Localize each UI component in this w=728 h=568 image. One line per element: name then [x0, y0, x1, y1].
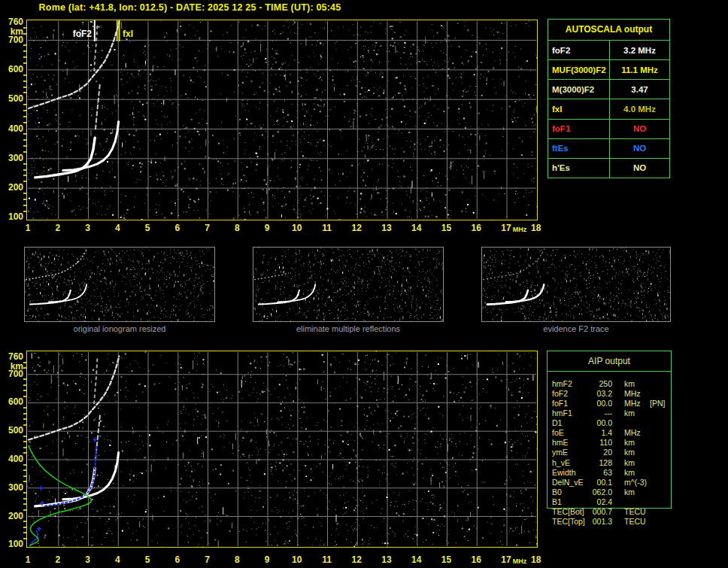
aip-param: DelN_vE — [548, 478, 587, 488]
fxi-marker-label: fxI — [123, 29, 133, 39]
y-axis-minor-tick-top — [23, 211, 26, 212]
aip-unit: km — [624, 409, 647, 418]
x-axis-label-4-bottom: 4 — [108, 554, 127, 565]
aip-row-hmF2: hmF2250km — [548, 379, 671, 389]
y-axis-minor-tick-top — [23, 110, 26, 111]
autoscala-param: fxI — [548, 99, 610, 118]
y-axis-minor-tick-bottom — [23, 441, 26, 442]
y-axis-label-760-bottom: 760 — [0, 351, 23, 362]
y-axis-minor-tick-bottom — [23, 367, 26, 369]
aip-row-ymE: ymE20km — [548, 448, 671, 457]
y-axis-label-200-bottom: 200 — [0, 511, 23, 521]
y-axis-label-700-bottom: 700 — [0, 369, 23, 379]
aip-unit: m^(-3) — [624, 478, 647, 488]
aip-param: ymE — [548, 448, 587, 457]
y-axis-minor-tick-bottom — [23, 378, 26, 380]
y-axis-minor-tick-bottom — [23, 418, 26, 420]
autoscala-param: foF1 — [548, 120, 610, 138]
y-axis-minor-tick-top — [23, 205, 26, 206]
aip-value: 00.1 — [587, 478, 612, 488]
autoscala-table-title: AUTOSCALA output — [548, 20, 669, 41]
ionogram-canvas-bottom — [27, 351, 537, 547]
y-axis-label-200-top: 200 — [0, 182, 23, 193]
y-axis-minor-tick-top — [23, 169, 26, 171]
autoscala-param: M(3000)F2 — [548, 80, 610, 99]
y-axis-minor-tick-bottom — [23, 475, 26, 477]
y-axis-label-700-top: 700 — [0, 35, 23, 45]
x-axis-label-2-top: 2 — [48, 223, 68, 233]
y-axis-minor-tick-top — [23, 193, 26, 194]
y-axis-minor-tick-top — [23, 145, 26, 147]
y-axis-label-500-top: 500 — [0, 93, 23, 104]
autoscala-value: NO — [610, 120, 669, 138]
autoscala-value: NO — [610, 159, 669, 178]
y-axis-minor-tick-bottom — [23, 509, 26, 511]
x-axis-label-11-top: 11 — [317, 223, 337, 233]
y-axis-minor-tick-top — [23, 139, 26, 141]
aip-row-foF1: foF100.0MHz[PN] — [548, 399, 671, 409]
x-axis-label-3-bottom: 3 — [78, 554, 98, 565]
aip-unit: km — [624, 379, 647, 389]
y-axis-minor-tick-bottom — [23, 464, 26, 466]
aip-unit: km — [624, 488, 647, 497]
y-axis-label-100-top: 100 — [0, 211, 23, 222]
blue-cross-marker — [38, 486, 43, 491]
aip-unit: MHz — [624, 428, 647, 438]
aip-value: 250 — [587, 379, 612, 389]
aip-param: foF1 — [548, 399, 587, 409]
y-axis-minor-tick-top — [23, 56, 26, 58]
x-axis-label-10-bottom: 10 — [287, 554, 307, 565]
aip-unit: TECU — [624, 517, 647, 527]
aip-row-TEC[Bot]: TEC[Bot]000.7TECU — [548, 507, 671, 517]
y-axis-minor-tick-top — [23, 44, 26, 46]
y-axis-minor-tick-bottom — [23, 452, 26, 454]
autoscala-row-MUF(3000)F2: MUF(3000)F211.1 MHz — [548, 59, 669, 79]
x-axis-label-14-top: 14 — [407, 223, 426, 233]
aip-row-B1: B102.4 — [548, 497, 671, 507]
thumbnail-caption-1: eliminate multiple reflections — [253, 324, 444, 333]
aip-row-DelN_vE: DelN_vE00.1m^(-3) — [548, 478, 671, 488]
autoscala-table-rows: foF23.2 MHzMUF(3000)F211.1 MHzM(3000)F23… — [548, 41, 669, 178]
aip-row-D1: D100.0 — [548, 418, 671, 428]
y-axis-minor-tick-bottom — [23, 413, 26, 415]
thumbnail-caption-0: original ionogram resized — [24, 324, 215, 333]
y-axis-label-100-bottom: 100 — [0, 539, 23, 549]
autoscala-row-h'Es: h'EsNO — [548, 158, 669, 178]
aip-value: 000.7 — [587, 507, 612, 517]
y-axis-minor-tick-top — [23, 163, 26, 165]
autoscala-value: 4.0 MHz — [610, 99, 669, 118]
x-axis-label-14-bottom: 14 — [407, 554, 426, 565]
aip-param: B0 — [548, 488, 587, 497]
x-axis-label-12-bottom: 12 — [347, 554, 366, 565]
thumbnail-canvas-2 — [482, 248, 670, 321]
y-axis-minor-tick-top — [23, 181, 26, 182]
aip-param: TEC[Bot] — [548, 507, 587, 517]
blue-cross-marker — [93, 438, 97, 442]
aip-param: Ewidth — [548, 468, 587, 478]
aip-param: TEC[Top] — [548, 517, 587, 527]
thumbnail-canvas-0 — [25, 248, 214, 321]
y-axis-minor-tick-bottom — [23, 390, 26, 391]
x-axis-label-7-top: 7 — [198, 223, 217, 233]
autoscala-row-ftEs: ftEsNO — [548, 138, 669, 158]
fof2-marker-label: foF2 — [73, 29, 93, 39]
y-axis-minor-tick-bottom — [23, 407, 26, 409]
y-axis-minor-tick-bottom — [23, 436, 26, 437]
autoscala-value: NO — [610, 139, 669, 158]
autoscala-output-table: AUTOSCALA output foF23.2 MHzMUF(3000)F21… — [548, 19, 670, 178]
autoscala-param: MUF(3000)F2 — [548, 60, 610, 79]
y-axis-label-500-bottom: 500 — [0, 425, 23, 436]
x-axis-label-16-top: 16 — [466, 223, 486, 233]
autoscala-param: ftEs — [548, 139, 610, 158]
aip-value: 00.0 — [587, 399, 612, 409]
aip-unit: km — [624, 448, 647, 457]
aip-row-TEC[Top]: TEC[Top]001.3TECU — [548, 517, 671, 527]
y-axis-minor-tick-bottom — [23, 498, 26, 500]
y-axis-minor-tick-bottom — [23, 481, 26, 482]
ionogram-plot-bottom — [26, 351, 538, 548]
ionogram-canvas-top: foF2fxI — [27, 20, 537, 220]
aip-param: hmF2 — [548, 379, 587, 389]
y-axis-minor-tick-top — [23, 151, 26, 153]
aip-extra: [PN] — [650, 399, 665, 409]
x-axis-label-5-top: 5 — [138, 223, 157, 233]
